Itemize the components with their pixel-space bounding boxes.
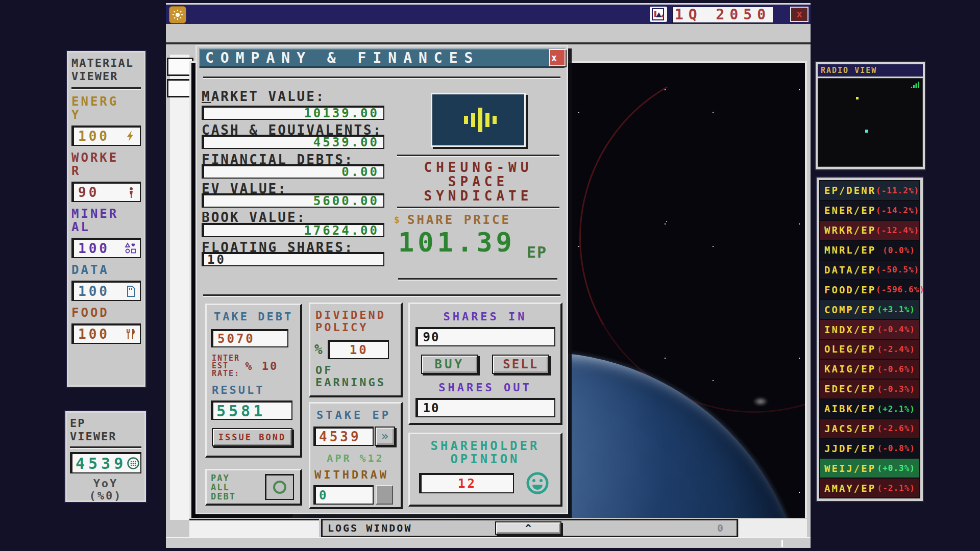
book-value: 17624.00 (204, 226, 383, 236)
cash-equivalents-field: 4539.00 (202, 135, 384, 149)
dialog-close-button[interactable]: x (549, 49, 566, 66)
ticker-row[interactable]: AMAY/EP (-2.1%) (820, 479, 919, 497)
ticker-row[interactable]: ENER/EP (-14.2%) (820, 201, 919, 220)
logs-blank-area (189, 519, 319, 537)
ticker-symbol: AMAY/EP (824, 483, 876, 494)
ticker-symbol: KAIG/EP (824, 363, 876, 374)
ticker-change: (-2.4%) (877, 344, 915, 354)
book-value-field: 17624.00 (202, 223, 384, 237)
radio-view-screen[interactable] (818, 78, 923, 167)
status-tick (781, 540, 783, 547)
company-finances-dialog: COMPANY & FINANCES x MARKET VALUE: 10139… (195, 45, 568, 514)
floating-shares-value: 10 (204, 255, 383, 265)
ticker-row[interactable]: EDEC/EP (-0.3%) (820, 380, 919, 398)
status-strip (166, 537, 811, 548)
fork-knife-icon (125, 328, 137, 340)
worker-value: 90 (74, 185, 99, 200)
market-value-field: 10139.00 (202, 106, 384, 120)
divider (203, 294, 560, 297)
shapes-icon (125, 242, 137, 255)
shares-out-label: SHARES OUT (410, 381, 560, 394)
ticker-symbol: JACS/EP (824, 423, 876, 434)
logs-window-bar[interactable]: LOGS WINDOW ^ 0 (321, 519, 738, 537)
ticker-row[interactable]: JACS/EP (-2.6%) (820, 419, 919, 438)
divider (398, 278, 557, 281)
ticker-change: (-0.6%) (877, 364, 915, 374)
ticker-row[interactable]: MNRL/EP (0.0%) (820, 241, 919, 260)
ep-value: 4539 (72, 455, 127, 472)
pay-all-debt-panel: PAY ALL DEBT (205, 469, 302, 506)
ticker-row[interactable]: AIBK/EP (+2.1%) (820, 399, 919, 418)
pay-all-debt-toggle[interactable] (265, 474, 294, 500)
ticker-row[interactable]: EP/DENR (-11.2%) (820, 181, 919, 200)
ticker-symbol: MNRL/EP (824, 244, 876, 256)
energy-label: ENERGY (71, 95, 122, 121)
ticker-change: (-11.2%) (876, 186, 919, 195)
window-titlebar: 1Q 2050 x (166, 5, 811, 24)
radar-contact-cyan (865, 130, 868, 133)
sun-button[interactable] (169, 6, 186, 23)
ticker-symbol: WRKR/EP (824, 224, 876, 236)
take-debt-amount-input[interactable]: 5070 (211, 329, 288, 347)
game-date-display[interactable]: 1Q 2050 (672, 7, 773, 23)
energy-value-field: 100 (71, 126, 141, 146)
ticker-symbol: COMP/EP (824, 304, 876, 315)
ticker-change: (+2.1%) (877, 404, 915, 414)
stake-ep-panel: STAKE EP 4539 » APR %12 WITHDRAW 0 (309, 402, 403, 509)
buy-sell-row: BUY SELL (410, 355, 560, 374)
material-viewer-title: MATERIAL VIEWER (71, 57, 141, 83)
radio-view-title[interactable]: RADIO VIEW (818, 64, 923, 77)
chart-button[interactable] (650, 7, 667, 22)
floating-shares-field[interactable]: 10 (202, 252, 384, 266)
coin-icon (127, 457, 140, 470)
person-icon (126, 186, 137, 198)
market-ticker-panel: EP/DENR (-11.2%) ENER/EP (-14.2%) WRKR/E… (817, 178, 923, 501)
sell-button[interactable]: SELL (492, 355, 549, 374)
dividend-input-row: % 10 (314, 340, 401, 359)
opinion-value-field: 12 (419, 473, 514, 493)
ticker-row[interactable]: DATA/EP (-50.5%) (820, 261, 919, 280)
shareholder-opinion-panel: SHAREHOLDER OPINION 12 (408, 433, 562, 507)
data-value: 100 (74, 284, 110, 299)
issue-bond-button[interactable]: ISSUE BOND (212, 428, 292, 446)
ticker-symbol: AIBK/EP (824, 403, 876, 414)
interest-rate-label: INTER EST RATE: (212, 355, 240, 378)
ticker-row[interactable]: INDX/EP (-0.4%) (820, 320, 919, 339)
logs-collapse-button[interactable]: ^ (495, 521, 561, 535)
divider (397, 155, 559, 157)
galaxy-smudge (753, 397, 768, 406)
opinion-value: 12 (422, 477, 513, 491)
ticker-row[interactable]: KAIG/EP (-0.6%) (820, 360, 919, 379)
ticker-row[interactable]: JJDF/EP (-0.8%) (820, 439, 919, 458)
pay-all-debt-label: PAY ALL DEBT (211, 473, 236, 501)
withdraw-amount-input[interactable]: 0 (313, 485, 374, 505)
ev-value-field: 5600.00 (202, 193, 384, 208)
lightning-icon (125, 130, 137, 142)
ticker-row[interactable]: FOOD/EP (-596.6%) (820, 280, 919, 299)
ep-viewer-title: EP VIEWER (70, 417, 136, 443)
shares-in-input[interactable]: 90 (415, 327, 555, 346)
shares-out-input[interactable]: 10 (415, 398, 555, 417)
data-label: DATA (71, 263, 122, 277)
withdraw-button[interactable] (376, 485, 393, 505)
stake-input-row: 4539 » (313, 427, 401, 446)
ticker-row[interactable]: WEIJ/EP (+0.3%) (820, 459, 919, 478)
ticker-row[interactable]: OLEG/EP (-2.4%) (820, 340, 919, 359)
ticker-row[interactable]: COMP/EP (+3.1%) (820, 300, 919, 319)
shares-in-label: SHARES IN (410, 310, 560, 323)
dialog-titlebar[interactable]: COMPANY & FINANCES x (199, 48, 565, 68)
dividend-percent-input[interactable]: 10 (328, 340, 389, 359)
buy-button[interactable]: BUY (421, 355, 478, 374)
material-viewer-panel: MATERIAL VIEWER ENERGY 100 WORKER 90 MIN… (67, 51, 145, 387)
share-price-label: SHARE PRICE (407, 213, 511, 227)
ticker-change: (+3.1%) (877, 305, 915, 314)
window-close-button[interactable]: x (790, 7, 808, 22)
ticker-symbol: EP/DENR (824, 185, 876, 196)
stake-transfer-button[interactable]: » (375, 427, 395, 446)
ticker-row[interactable]: WRKR/EP (-12.4%) (820, 221, 919, 240)
stake-amount-input[interactable]: 4539 (313, 427, 374, 446)
ep-value-field: 4539 (70, 452, 141, 473)
of-earnings-label: OF EARNINGS (315, 364, 401, 389)
company-name: CHEUNG-WU SPACE SYNDICATE (397, 160, 559, 203)
take-debt-amount: 5070 (213, 332, 255, 346)
